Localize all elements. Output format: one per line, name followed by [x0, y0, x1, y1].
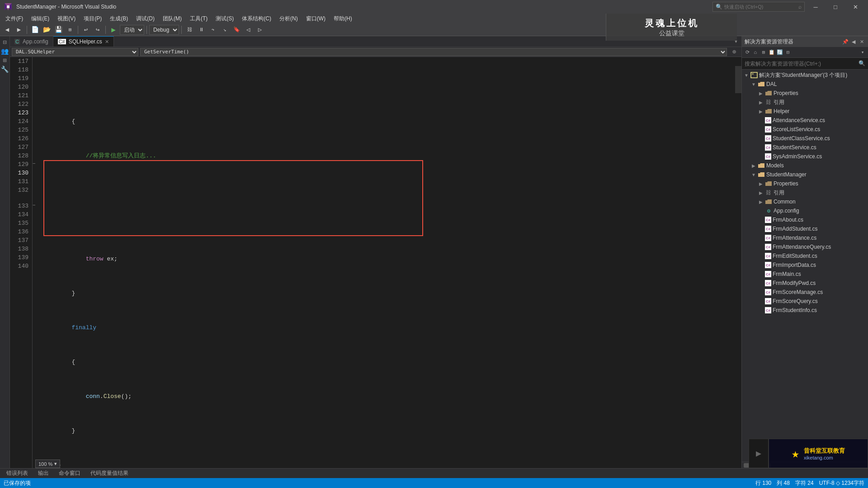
code-content[interactable]: { //将异常信息写入日志... throw ex;	[40, 57, 735, 468]
menu-test[interactable]: 测试(S)	[212, 14, 237, 24]
sol-pin-icon[interactable]: 📌	[842, 38, 849, 45]
start-button[interactable]: ▶	[108, 25, 119, 35]
editor-scrollbar[interactable]	[735, 57, 741, 468]
tree-score-svc[interactable]: ▶ C# ScoreListService.cs	[742, 125, 868, 134]
tree-sysadmin-svc[interactable]: ▶ C# SysAdminService.cs	[742, 152, 868, 161]
cs-sm-1: C#	[765, 217, 771, 223]
sol-tb-refresh[interactable]: 🔄	[776, 49, 783, 56]
tab-command[interactable]: 命令窗口	[54, 469, 85, 478]
menu-help[interactable]: 帮助(H)	[330, 14, 356, 24]
tab-codemetrics[interactable]: 代码度量值结果	[86, 469, 133, 478]
tab-appconfig[interactable]: C App.config	[10, 36, 53, 47]
sol-tb-sync[interactable]: ⟳	[744, 49, 751, 56]
tree-properties-dal[interactable]: ▶ Properties	[742, 89, 868, 98]
undo-button[interactable]: ↩	[80, 25, 91, 35]
menu-edit[interactable]: 编辑(E)	[28, 14, 53, 24]
menu-arch[interactable]: 体系结构(C)	[238, 14, 275, 24]
tree-arrow-ref-dal: ▶	[758, 100, 764, 105]
tree-sm-frmimport[interactable]: ▶ C# FrmImportData.cs	[742, 261, 868, 270]
tree-sm-frmedits[interactable]: ▶ C# FrmEditStudent.cs	[742, 251, 868, 261]
tree-sm-frmatdq[interactable]: ▶ C# FrmAttendanceQuery.cs	[742, 242, 868, 251]
expand-code-button[interactable]: ⊕	[729, 47, 740, 57]
team-explorer-icon[interactable]: 👥	[1, 47, 9, 55]
redo-button[interactable]: ↪	[92, 25, 103, 35]
menu-debug[interactable]: 调试(D)	[132, 14, 158, 24]
tree-sm-frmscorem[interactable]: ▶ C# FrmScoreManage.cs	[742, 288, 868, 297]
menu-project[interactable]: 项目(P)	[80, 14, 105, 24]
tree-sm-frmabout[interactable]: ▶ C# FrmAbout.cs	[742, 215, 868, 224]
menu-team[interactable]: 团队(M)	[159, 14, 185, 24]
tree-studentclass-svc[interactable]: ▶ C# StudentClassService.cs	[742, 134, 868, 143]
code-area[interactable]: 117 118 119 120 121 122 123 124 125 126 …	[10, 57, 741, 468]
attach-button[interactable]: ⛓	[184, 25, 195, 35]
status-saved: 已保存的项	[4, 479, 31, 487]
tree-helper[interactable]: ▶ Helper	[742, 107, 868, 116]
menu-window[interactable]: 窗口(W)	[302, 14, 329, 24]
tree-sm-frmstudentinfo[interactable]: ▶ C# FrmStudentInfo.cs	[742, 306, 868, 315]
zoom-selector[interactable]: 100 % ▾	[35, 460, 60, 468]
tab-output[interactable]: 输出	[33, 469, 53, 478]
forward-button[interactable]: ▶	[14, 25, 24, 35]
tree-sm-props[interactable]: ▶ Properties	[742, 179, 868, 188]
tree-sm-ref[interactable]: ▶ ⛓ 引用	[742, 188, 868, 197]
sol-tb-menu[interactable]: ▾	[859, 49, 866, 56]
bookmark-button[interactable]: 🔖	[231, 25, 242, 35]
class-dropdown[interactable]: DAL.SQLHelper	[12, 48, 138, 56]
next-bookmark-button[interactable]: ▷	[255, 25, 265, 35]
method-dropdown[interactable]: GetServerTime()	[140, 48, 727, 56]
tab-errors[interactable]: 错误列表	[2, 469, 33, 478]
save-button[interactable]: 💾	[53, 25, 64, 35]
maximize-button[interactable]: □	[826, 0, 844, 14]
tree-studentmanager[interactable]: ▼ StudentManager	[742, 170, 868, 179]
step-into-button[interactable]: ↘	[219, 25, 230, 35]
quick-launch-input[interactable]	[724, 4, 797, 9]
pause-button[interactable]: ⏸	[196, 25, 207, 35]
sol-arrow-icon[interactable]: ◀	[850, 38, 857, 45]
tab-close-icon[interactable]: ✕	[105, 39, 109, 45]
tree-ref-dal[interactable]: ▶ ⛓ 引用	[742, 98, 868, 107]
sol-tb-collapse[interactable]: ⊟	[784, 49, 792, 56]
tree-models[interactable]: ▶ Models	[742, 161, 868, 170]
minimize-button[interactable]: ─	[807, 0, 825, 14]
tree-sm-appconfig[interactable]: ▶ ⚙ App.config	[742, 206, 868, 215]
sol-close-icon[interactable]: ✕	[858, 38, 865, 45]
tree-sm-common[interactable]: ▶ Common	[742, 197, 868, 206]
sol-tb-new[interactable]: ⊞	[760, 49, 767, 56]
tree-dal[interactable]: ▼ DAL	[742, 80, 868, 89]
sol-tb-home[interactable]: ⌂	[752, 49, 759, 56]
menu-analyze[interactable]: 分析(N)	[276, 14, 302, 24]
tree-attendance-svc[interactable]: ▶ C# AttendanceService.cs	[742, 116, 868, 125]
collapse-icon-129[interactable]: −	[33, 160, 40, 169]
sol-tb-props[interactable]: 📋	[768, 49, 775, 56]
tab-sqlhelper[interactable]: C# SQLHelper.cs ✕	[53, 36, 114, 47]
tree-student-svc[interactable]: ▶ C# StudentService.cs	[742, 143, 868, 152]
new-file-button[interactable]: 📄	[29, 25, 40, 35]
solution-explorer-title: 解决方案资源管理器	[745, 38, 793, 46]
tree-sm-frmscoreq[interactable]: ▶ C# FrmScoreQuery.cs	[742, 297, 868, 306]
solution-search-input[interactable]	[745, 61, 857, 67]
menu-build[interactable]: 生成(B)	[106, 14, 132, 24]
menu-view[interactable]: 视图(V)	[54, 14, 79, 24]
tree-arrow-helper: ▶	[758, 109, 764, 114]
debug-config-dropdown[interactable]: Debug	[149, 25, 179, 35]
prev-bookmark-button[interactable]: ◁	[243, 25, 254, 35]
save-all-button[interactable]: ⊞	[65, 25, 75, 35]
close-button[interactable]: ✕	[846, 0, 864, 14]
tree-sm-frmmodpwd[interactable]: ▶ C# FrmModifyPwd.cs	[742, 279, 868, 288]
toolbox-icon[interactable]: 🔧	[1, 65, 9, 73]
back-button[interactable]: ◀	[2, 25, 13, 35]
scrollbar-thumb[interactable]	[735, 66, 741, 93]
menu-tools[interactable]: 工具(T)	[186, 14, 211, 24]
menu-file[interactable]: 文件(F)	[2, 14, 27, 24]
tree-sm-frmmain[interactable]: ▶ C# FrmMain.cs	[742, 270, 868, 279]
solution-explorer-icon[interactable]: ⊟	[1, 38, 9, 46]
step-over-button[interactable]: ↷	[208, 25, 218, 35]
properties-icon[interactable]: ⊞	[1, 56, 9, 64]
forward-play-button[interactable]: ▶	[749, 439, 769, 468]
startup-dropdown[interactable]: 启动	[120, 25, 144, 35]
open-button[interactable]: 📂	[41, 25, 52, 35]
tree-sm-frmaddstudent[interactable]: ▶ C# FrmAddStudent.cs	[742, 224, 868, 233]
tree-solution-root[interactable]: ▼ 解决方案'StudentManager'(3 个项目)	[742, 71, 868, 80]
tree-sm-frmatd[interactable]: ▶ C# FrmAttendance.cs	[742, 233, 868, 242]
collapse-icon-133[interactable]: −	[33, 202, 40, 210]
